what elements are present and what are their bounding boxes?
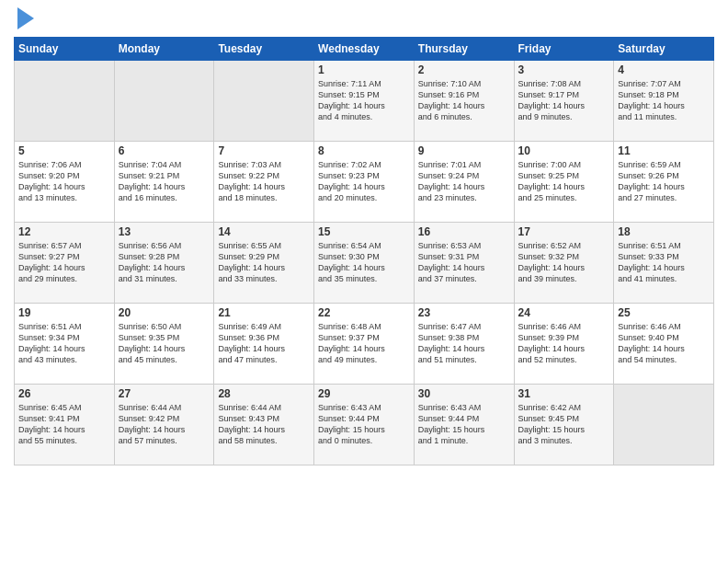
day-number: 2: [418, 63, 510, 76]
cell-content: Sunrise: 6:44 AM Sunset: 9:43 PM Dayligh…: [218, 402, 310, 447]
day-number: 26: [18, 387, 110, 400]
cell-content: Sunrise: 6:59 AM Sunset: 9:26 PM Dayligh…: [618, 159, 710, 204]
cell-content: Sunrise: 6:50 AM Sunset: 9:35 PM Dayligh…: [119, 321, 210, 366]
calendar-cell: 6Sunrise: 7:04 AM Sunset: 9:21 PM Daylig…: [114, 142, 214, 223]
cell-content: Sunrise: 6:56 AM Sunset: 9:28 PM Dayligh…: [119, 240, 210, 285]
day-number: 18: [618, 225, 710, 238]
day-number: 17: [518, 225, 610, 238]
calendar-cell: 16Sunrise: 6:53 AM Sunset: 9:31 PM Dayli…: [414, 223, 514, 304]
calendar-header: SundayMondayTuesdayWednesdayThursdayFrid…: [15, 38, 714, 61]
day-number: 23: [418, 306, 510, 319]
calendar-cell: [15, 61, 115, 142]
cell-content: Sunrise: 6:45 AM Sunset: 9:41 PM Dayligh…: [18, 402, 110, 447]
calendar-week-row: 5Sunrise: 7:06 AM Sunset: 9:20 PM Daylig…: [15, 142, 714, 223]
weekday-header: Wednesday: [314, 38, 415, 61]
day-number: 4: [618, 63, 710, 76]
calendar-cell: 31Sunrise: 6:42 AM Sunset: 9:45 PM Dayli…: [514, 385, 614, 465]
calendar-cell: [614, 385, 714, 465]
calendar-cell: 19Sunrise: 6:51 AM Sunset: 9:34 PM Dayli…: [15, 304, 115, 385]
calendar-body: 1Sunrise: 7:11 AM Sunset: 9:15 PM Daylig…: [15, 61, 714, 465]
calendar-cell: 28Sunrise: 6:44 AM Sunset: 9:43 PM Dayli…: [214, 385, 314, 465]
cell-content: Sunrise: 6:55 AM Sunset: 9:29 PM Dayligh…: [218, 240, 310, 285]
calendar-week-row: 26Sunrise: 6:45 AM Sunset: 9:41 PM Dayli…: [15, 385, 714, 465]
cell-content: Sunrise: 6:49 AM Sunset: 9:36 PM Dayligh…: [218, 321, 310, 366]
calendar-cell: 29Sunrise: 6:43 AM Sunset: 9:44 PM Dayli…: [314, 385, 415, 465]
day-number: 15: [318, 225, 410, 238]
day-number: 9: [418, 144, 510, 157]
cell-content: Sunrise: 7:08 AM Sunset: 9:17 PM Dayligh…: [518, 78, 610, 123]
calendar-cell: 2Sunrise: 7:10 AM Sunset: 9:16 PM Daylig…: [414, 61, 514, 142]
cell-content: Sunrise: 7:03 AM Sunset: 9:22 PM Dayligh…: [218, 159, 310, 204]
cell-content: Sunrise: 6:43 AM Sunset: 9:44 PM Dayligh…: [418, 402, 510, 447]
calendar-cell: [114, 61, 214, 142]
header: [14, 9, 714, 29]
cell-content: Sunrise: 6:54 AM Sunset: 9:30 PM Dayligh…: [318, 240, 410, 285]
calendar-cell: 22Sunrise: 6:48 AM Sunset: 9:37 PM Dayli…: [314, 304, 415, 385]
calendar-week-row: 19Sunrise: 6:51 AM Sunset: 9:34 PM Dayli…: [15, 304, 714, 385]
cell-content: Sunrise: 6:47 AM Sunset: 9:38 PM Dayligh…: [418, 321, 510, 366]
cell-content: Sunrise: 7:02 AM Sunset: 9:23 PM Dayligh…: [318, 159, 410, 204]
day-number: 24: [518, 306, 610, 319]
weekday-header: Tuesday: [214, 38, 314, 61]
calendar-cell: 8Sunrise: 7:02 AM Sunset: 9:23 PM Daylig…: [314, 142, 415, 223]
day-number: 20: [119, 306, 210, 319]
day-number: 8: [318, 144, 410, 157]
day-number: 16: [418, 225, 510, 238]
weekday-header: Friday: [514, 38, 614, 61]
day-number: 5: [18, 144, 110, 157]
day-number: 12: [18, 225, 110, 238]
day-number: 29: [318, 387, 410, 400]
calendar-cell: 14Sunrise: 6:55 AM Sunset: 9:29 PM Dayli…: [214, 223, 314, 304]
cell-content: Sunrise: 6:43 AM Sunset: 9:44 PM Dayligh…: [318, 402, 410, 447]
day-number: 22: [318, 306, 410, 319]
calendar-cell: 10Sunrise: 7:00 AM Sunset: 9:25 PM Dayli…: [514, 142, 614, 223]
day-number: 30: [418, 387, 510, 400]
calendar-cell: 20Sunrise: 6:50 AM Sunset: 9:35 PM Dayli…: [114, 304, 214, 385]
calendar-cell: 17Sunrise: 6:52 AM Sunset: 9:32 PM Dayli…: [514, 223, 614, 304]
cell-content: Sunrise: 6:46 AM Sunset: 9:40 PM Dayligh…: [618, 321, 710, 366]
day-number: 27: [119, 387, 210, 400]
day-number: 11: [618, 144, 710, 157]
calendar-cell: 3Sunrise: 7:08 AM Sunset: 9:17 PM Daylig…: [514, 61, 614, 142]
day-number: 31: [518, 387, 610, 400]
calendar-cell: 7Sunrise: 7:03 AM Sunset: 9:22 PM Daylig…: [214, 142, 314, 223]
calendar-cell: 21Sunrise: 6:49 AM Sunset: 9:36 PM Dayli…: [214, 304, 314, 385]
cell-content: Sunrise: 7:04 AM Sunset: 9:21 PM Dayligh…: [119, 159, 210, 204]
cell-content: Sunrise: 6:51 AM Sunset: 9:33 PM Dayligh…: [618, 240, 710, 285]
cell-content: Sunrise: 6:57 AM Sunset: 9:27 PM Dayligh…: [18, 240, 110, 285]
calendar-cell: 9Sunrise: 7:01 AM Sunset: 9:24 PM Daylig…: [414, 142, 514, 223]
calendar-cell: 25Sunrise: 6:46 AM Sunset: 9:40 PM Dayli…: [614, 304, 714, 385]
day-number: 19: [18, 306, 110, 319]
calendar-cell: 5Sunrise: 7:06 AM Sunset: 9:20 PM Daylig…: [15, 142, 115, 223]
cell-content: Sunrise: 6:48 AM Sunset: 9:37 PM Dayligh…: [318, 321, 410, 366]
weekday-header: Sunday: [15, 38, 115, 61]
weekday-header: Thursday: [414, 38, 514, 61]
calendar-cell: 24Sunrise: 6:46 AM Sunset: 9:39 PM Dayli…: [514, 304, 614, 385]
day-number: 6: [119, 144, 210, 157]
cell-content: Sunrise: 7:10 AM Sunset: 9:16 PM Dayligh…: [418, 78, 510, 123]
calendar-cell: [214, 61, 314, 142]
calendar-cell: 1Sunrise: 7:11 AM Sunset: 9:15 PM Daylig…: [314, 61, 415, 142]
day-number: 3: [518, 63, 610, 76]
cell-content: Sunrise: 6:52 AM Sunset: 9:32 PM Dayligh…: [518, 240, 610, 285]
cell-content: Sunrise: 7:01 AM Sunset: 9:24 PM Dayligh…: [418, 159, 510, 204]
calendar-cell: 4Sunrise: 7:07 AM Sunset: 9:18 PM Daylig…: [614, 61, 714, 142]
cell-content: Sunrise: 7:00 AM Sunset: 9:25 PM Dayligh…: [518, 159, 610, 204]
page: SundayMondayTuesdayWednesdayThursdayFrid…: [0, 0, 728, 563]
cell-content: Sunrise: 6:46 AM Sunset: 9:39 PM Dayligh…: [518, 321, 610, 366]
calendar-week-row: 12Sunrise: 6:57 AM Sunset: 9:27 PM Dayli…: [15, 223, 714, 304]
cell-content: Sunrise: 7:06 AM Sunset: 9:20 PM Dayligh…: [18, 159, 110, 204]
calendar-cell: 11Sunrise: 6:59 AM Sunset: 9:26 PM Dayli…: [614, 142, 714, 223]
day-number: 28: [218, 387, 310, 400]
calendar-week-row: 1Sunrise: 7:11 AM Sunset: 9:15 PM Daylig…: [15, 61, 714, 142]
cell-content: Sunrise: 6:42 AM Sunset: 9:45 PM Dayligh…: [518, 402, 610, 447]
day-number: 10: [518, 144, 610, 157]
day-number: 1: [318, 63, 410, 76]
day-number: 13: [119, 225, 210, 238]
cell-content: Sunrise: 6:51 AM Sunset: 9:34 PM Dayligh…: [18, 321, 110, 366]
weekday-header: Monday: [114, 38, 214, 61]
calendar-cell: 13Sunrise: 6:56 AM Sunset: 9:28 PM Dayli…: [114, 223, 214, 304]
calendar-cell: 30Sunrise: 6:43 AM Sunset: 9:44 PM Dayli…: [414, 385, 514, 465]
calendar-cell: 18Sunrise: 6:51 AM Sunset: 9:33 PM Dayli…: [614, 223, 714, 304]
cell-content: Sunrise: 7:07 AM Sunset: 9:18 PM Dayligh…: [618, 78, 710, 123]
